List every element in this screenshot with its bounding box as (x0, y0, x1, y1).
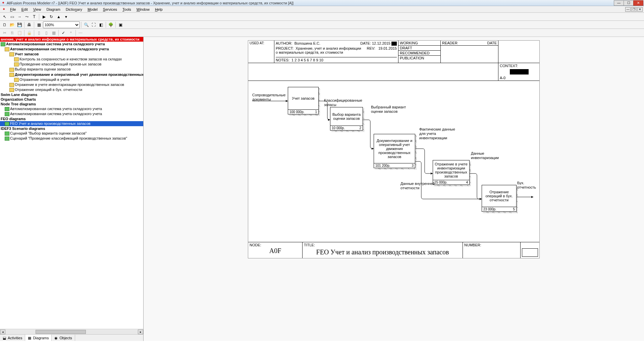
tree-item-16[interactable]: FEO diagrams (0, 116, 143, 121)
activity-footer: 100 000р.1 (288, 109, 318, 114)
check-button[interactable]: ✓ (60, 30, 67, 36)
nav-sibling[interactable]: ▲ (55, 13, 62, 20)
menu-diagram[interactable]: Diagram (44, 7, 63, 12)
tree-item-5[interactable]: Проведение классификаций произв-ых запас… (0, 62, 143, 67)
tab-diagrams[interactable]: ▦Diagrams (25, 335, 52, 341)
diagram-sheet: USED AT: AUTHOR: Волошина Е.С. DATE: 12.… (248, 40, 540, 258)
menu-file[interactable]: File (7, 7, 19, 12)
tree-item-10[interactable]: Отражение операций в бух. отчетности (0, 87, 143, 92)
tree-item-0[interactable]: анение, учет и анализ информации о матер… (0, 37, 143, 42)
tree-item-15[interactable]: Автоматизированная система учета складск… (0, 111, 143, 116)
zoom-out-button[interactable]: ◧ (98, 21, 104, 28)
text-tool[interactable]: T (31, 13, 38, 20)
activity-title: Отражение в учете инвентаризации произво… (433, 160, 469, 180)
explorer-button[interactable]: 🌳 (107, 21, 114, 28)
zoom-select[interactable]: 100% (43, 21, 80, 28)
tree-item-11[interactable]: Swim Lane diagrams (0, 92, 143, 97)
misc-button[interactable]: ⋯ (77, 30, 84, 36)
nav-parent[interactable]: ▶ (41, 13, 47, 20)
tree-item-8[interactable]: Отражение операций в учете (0, 77, 143, 82)
new-button[interactable]: 🗋 (1, 21, 8, 28)
menu-window[interactable]: Window (134, 7, 152, 12)
align-1[interactable]: ▯ (36, 30, 42, 36)
tree-item-label: анение, учет и анализ информации о матер… (1, 37, 140, 41)
activity-box-5[interactable]: Отражение операций в бух. отчетности23 0… (482, 185, 517, 212)
nav-child[interactable]: ↻ (48, 13, 55, 20)
menu-services[interactable]: Services (100, 7, 120, 12)
nav-dropdown[interactable]: ▾ (63, 13, 69, 20)
activity-icon (14, 57, 19, 61)
align-3[interactable]: ▦ (50, 30, 57, 36)
activity-tool[interactable]: ▭ (9, 13, 15, 20)
print-button[interactable]: 🖶 (26, 21, 33, 28)
tree-item-3[interactable]: Учет запасов (0, 52, 143, 57)
activity-title: Документирование и оперативный учет движ… (374, 134, 415, 163)
tree-item-label: IDEF3 Scenario diagrams (1, 127, 45, 131)
activity-footer: 10 000р.2 (330, 126, 363, 130)
toolbar-edit: ✂ ⎘ 📋 🔒 ▯ ▯ ▦ ✓ ᵃ ⋯ (0, 29, 644, 37)
mdi-minimize[interactable]: — (625, 7, 631, 12)
tree-item-6[interactable]: Выбор варианта оценки запасов (0, 67, 143, 72)
pointer-tool[interactable]: ↖ (1, 13, 8, 20)
tree-item-label: Автоматизированная система учета складск… (10, 47, 109, 51)
open-button[interactable]: 📂 (9, 21, 15, 28)
minimize-button[interactable]: — (614, 0, 624, 6)
tree-item-7[interactable]: Документирование и оперативный учет движ… (0, 72, 143, 77)
tree-body[interactable]: анение, учет и анализ информации о матер… (0, 37, 143, 329)
tree-item-2[interactable]: Автоматизированная система учета складск… (0, 47, 143, 52)
scroll-left[interactable]: ◂ (0, 330, 5, 334)
menu-view[interactable]: View (31, 7, 44, 12)
tree-item-12[interactable]: Organization Charts (0, 97, 143, 102)
app-icon: ✦ (1, 1, 5, 5)
menu-edit[interactable]: Edit (19, 7, 31, 12)
arrow-tool[interactable]: → (16, 13, 23, 20)
tree-hscroll[interactable]: ◂ ▸ (0, 329, 143, 334)
tree-item-20[interactable]: Сценарий "Проведение классификаций произ… (0, 136, 143, 141)
activity-box-4[interactable]: Отражение в учете инвентаризации произво… (433, 160, 470, 185)
activity-box-2[interactable]: Выбор варианта оценки запасов10 000р.2 (330, 107, 363, 131)
menu-help[interactable]: Help (152, 7, 165, 12)
tree-item-13[interactable]: Node Tree diagrams (0, 102, 143, 106)
context-id: A-0 (500, 76, 539, 80)
tree-item-label: Автоматизированная система учета складск… (6, 42, 105, 46)
tab-objects[interactable]: ◉Objects (52, 335, 75, 341)
toolbar-file: 🗋 📂 💾 🖶 ▦ 100% 🔍 ⛶ ◧ 🌳 ▣ (0, 21, 644, 29)
diagram-canvas[interactable]: USED AT: AUTHOR: Волошина Е.С. DATE: 12.… (144, 37, 644, 341)
maximize-button[interactable]: ☐ (624, 0, 634, 6)
menu-dictionary[interactable]: Dictionary (63, 7, 85, 12)
tree-item-18[interactable]: IDEF3 Scenario diagrams (0, 126, 143, 131)
tree-item-14[interactable]: Автоматизированная система учета складск… (0, 106, 143, 111)
tree-item-4[interactable]: Контроль за сохранностью и качеством зап… (0, 57, 143, 62)
menu-model[interactable]: Model (85, 7, 100, 12)
diagram-body[interactable]: Учет запасов100 000р.1Выбор варианта оце… (248, 81, 539, 242)
tree-item-9[interactable]: Отражение в учете инвентаризации произво… (0, 82, 143, 87)
paste-button[interactable]: 📋 (16, 30, 23, 36)
activity-cost: 10 000р. (332, 126, 345, 130)
zoom-fit-button[interactable]: ⛶ (90, 21, 97, 28)
reader-context-cell: READERDATE (441, 41, 498, 63)
activity-box-3[interactable]: Документирование и оперативный учет движ… (374, 134, 415, 168)
lock-button[interactable]: 🔒 (26, 30, 33, 36)
zoom-in-button[interactable]: 🔍 (83, 21, 90, 28)
align-2[interactable]: ▯ (43, 30, 50, 36)
menu-tools[interactable]: Tools (120, 7, 134, 12)
mdi-close[interactable]: ✕ (637, 7, 643, 12)
tree-item-17[interactable]: FEO Учет и анализ производственных запас… (0, 121, 143, 126)
scroll-right[interactable]: ▸ (138, 330, 143, 334)
tree-item-19[interactable]: Сценарий "Выбор варианта оценки запасов" (0, 131, 143, 136)
model-button[interactable]: ▣ (117, 21, 124, 28)
main-area: анение, учет и анализ информации о матер… (0, 37, 644, 341)
tree-item-1[interactable]: Автоматизированная система учета складск… (0, 42, 143, 47)
tab-activities[interactable]: ⬓Activities (0, 335, 25, 341)
close-button[interactable]: ✕ (633, 0, 643, 6)
copy-button[interactable]: ⎘ (9, 30, 15, 36)
diagrams-icon: ▦ (28, 336, 32, 340)
mdi-restore[interactable]: ❐ (631, 7, 637, 12)
activity-icon (9, 83, 14, 87)
scroll-thumb[interactable] (36, 330, 86, 334)
cut-button[interactable]: ✂ (1, 30, 8, 36)
save-button[interactable]: 💾 (16, 21, 23, 28)
spell-button[interactable]: ᵃ (67, 30, 74, 36)
squiggle-tool[interactable]: ⤳ (23, 13, 30, 20)
report-button[interactable]: ▦ (36, 21, 42, 28)
